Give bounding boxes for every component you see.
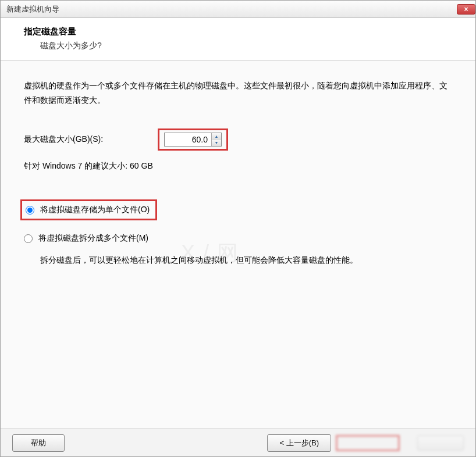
max-size-label: 最大磁盘大小(GB)(S): [24,134,158,145]
disk-size-row: 最大磁盘大小(GB)(S): ▲ ▼ [24,128,452,151]
header-title: 指定磁盘容量 [24,26,452,37]
size-highlight: ▲ ▼ [158,128,228,151]
radio-single-file-label[interactable]: 将虚拟磁盘存储为单个文件(O) [40,205,150,215]
radio-split-files[interactable] [24,234,33,243]
wizard-header: 指定磁盘容量 磁盘大小为多少? [1,18,475,61]
window-title: 新建虚拟机向导 [6,4,59,15]
close-button[interactable]: × [457,4,475,15]
recommended-size-text: 针对 Windows 7 的建议大小: 60 GB [24,161,452,172]
next-button-highlight[interactable] [336,435,400,451]
cancel-button-blurred[interactable] [417,435,464,451]
spinner-up-button[interactable]: ▲ [212,133,221,140]
help-button[interactable]: 帮助 [12,434,65,452]
radio-single-file[interactable] [26,206,34,215]
wizard-content: 虚拟机的硬盘作为一个或多个文件存储在主机的物理磁盘中。这些文件最初很小，随着您向… [1,61,475,429]
storage-radio-group: 将虚拟磁盘存储为单个文件(O) 将虚拟磁盘拆分成多个文件(M) 拆分磁盘后，可以… [24,199,452,267]
radio-split-files-label[interactable]: 将虚拟磁盘拆分成多个文件(M) [38,233,148,244]
radio-split-files-row: 将虚拟磁盘拆分成多个文件(M) [24,233,452,244]
disk-size-input[interactable] [165,134,211,145]
close-icon: × [464,5,468,13]
spinner-down-button[interactable]: ▼ [212,140,221,146]
disk-size-spinner: ▲ ▼ [164,133,222,147]
radio-single-file-row: 将虚拟磁盘存储为单个文件(O) [20,199,157,220]
radio-split-description: 拆分磁盘后，可以更轻松地在计算机之间移动虚拟机，但可能会降低大容量磁盘的性能。 [40,253,452,267]
titlebar: 新建虚拟机向导 × [1,1,475,18]
back-button[interactable]: < 上一步(B) [267,434,331,452]
description-text: 虚拟机的硬盘作为一个或多个文件存储在主机的物理磁盘中。这些文件最初很小，随着您向… [24,78,452,108]
wizard-window: 新建虚拟机向导 × 指定磁盘容量 磁盘大小为多少? 虚拟机的硬盘作为一个或多个文… [0,0,476,457]
wizard-footer: 帮助 < 上一步(B) [1,429,475,456]
header-subtitle: 磁盘大小为多少? [40,41,452,51]
